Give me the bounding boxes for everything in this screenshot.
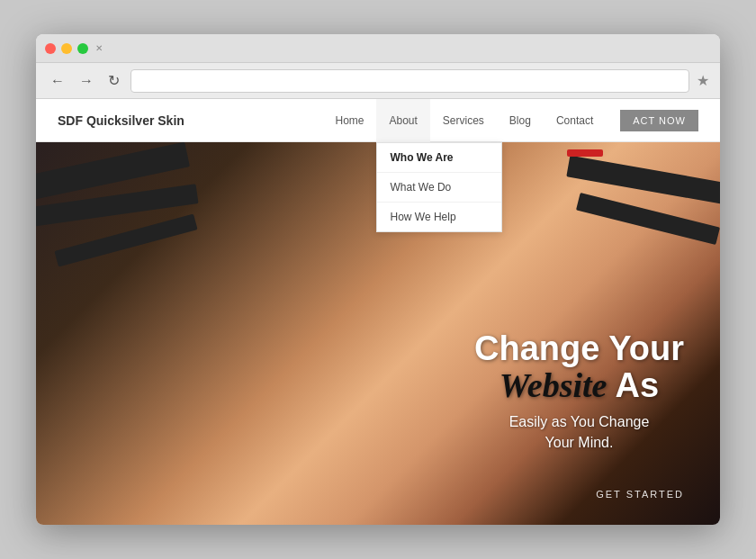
address-bar[interactable]	[130, 69, 689, 93]
website-content: SDF Quicksilver Skin Home About Who We A…	[36, 99, 720, 525]
site-logo: SDF Quicksilver Skin	[58, 113, 184, 128]
hero-subtitle-1: Easily as You Change	[509, 414, 650, 429]
hero-title-line2: Website As	[474, 367, 684, 405]
dropdown-item-who[interactable]: Who We Are	[377, 143, 501, 173]
hero-title-line1: Change Your	[474, 330, 684, 368]
maximize-button[interactable]	[77, 43, 88, 54]
back-button[interactable]: ←	[47, 71, 68, 91]
close-button[interactable]	[45, 43, 56, 54]
site-header: SDF Quicksilver Skin Home About Who We A…	[36, 99, 720, 142]
hero-text: Change Your Website As Easily as You Cha…	[474, 330, 684, 453]
browser-titlebar: ✕	[36, 34, 720, 63]
dropdown-item-what[interactable]: What We Do	[377, 173, 501, 203]
nav-item-home[interactable]: Home	[322, 99, 376, 142]
hero-subtitle-2: Your Mind.	[545, 435, 614, 450]
about-dropdown: Who We Are What We Do How We Help	[376, 142, 502, 232]
nav-item-services[interactable]: Services	[430, 99, 497, 142]
nav-item-blog[interactable]: Blog	[497, 99, 544, 142]
hero-as: As	[607, 366, 659, 404]
reload-button[interactable]: ↻	[104, 70, 123, 91]
nav-item-contact[interactable]: Contact	[544, 99, 606, 142]
hero-subtitle: Easily as You Change Your Mind.	[474, 412, 684, 453]
nav-item-about[interactable]: About Who We Are What We Do How We Help	[376, 99, 429, 142]
red-accent-decoration	[567, 149, 603, 157]
site-nav: Home About Who We Are What We Do How We …	[322, 99, 698, 142]
minimize-button[interactable]	[61, 43, 72, 54]
browser-toolbar: ← → ↻ ★	[36, 63, 720, 99]
act-now-button[interactable]: ACT NOW	[620, 110, 698, 131]
dropdown-item-how[interactable]: How We Help	[377, 203, 501, 231]
close-x-icon: ✕	[95, 43, 103, 53]
get-started-link[interactable]: GET STARTED	[596, 489, 684, 500]
bookmark-icon: ★	[697, 72, 709, 89]
forward-button[interactable]: →	[76, 71, 97, 91]
hero-italic: Website	[500, 366, 608, 404]
window-controls	[45, 43, 88, 54]
browser-window: ✕ ← → ↻ ★ SDF Quicksilver Skin Home Abou…	[36, 34, 720, 525]
